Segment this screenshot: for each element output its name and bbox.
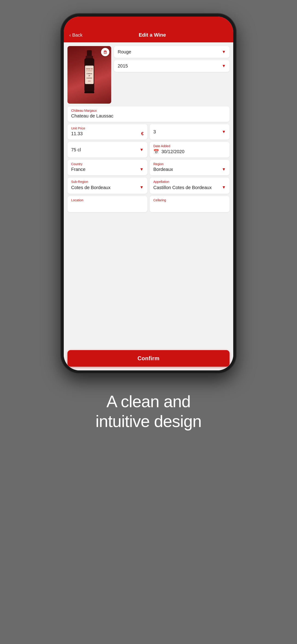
chateau-value: Chateau de Laussac — [71, 113, 226, 118]
tagline-line2: intuitive design — [96, 412, 202, 430]
location-field[interactable]: Location — [68, 196, 147, 212]
year-dropdown[interactable]: 2015 ▼ — [114, 60, 230, 72]
confirm-label: Confirm — [138, 355, 160, 362]
bottle-size-dropdown[interactable]: 75 cl ▼ — [68, 142, 147, 158]
wine-type-value: Rouge — [118, 49, 131, 54]
dropdowns-col: Rouge ▼ 2015 ▼ — [114, 46, 230, 72]
wine-bottle-svg: GRAND VIN DE BORDEAUX Château de Laussac… — [80, 50, 98, 99]
unit-price-label: Unit Price — [71, 126, 144, 130]
year-chevron: ▼ — [222, 64, 226, 68]
cellaring-field[interactable]: Cellaring — [150, 196, 230, 212]
subregion-appellation-row: Sub-Region Cotes de Bordeaux ▼ Appellati… — [68, 178, 230, 194]
svg-text:GRAND VIN: GRAND VIN — [86, 68, 93, 70]
chateau-field[interactable]: Château Margaux Chateau de Laussac — [68, 106, 230, 122]
appellation-value: Castillon Cotes de Bordeaux — [153, 184, 212, 190]
calendar-icon: 📅 — [153, 149, 159, 154]
date-added-value: 30/12/2020 — [162, 149, 184, 154]
region-value: Bordeaux — [153, 167, 173, 172]
phone-screen: ‹ Back Edit a Wine — [64, 16, 233, 370]
tagline-line1: A clean and — [106, 392, 190, 411]
back-button[interactable]: ‹ Back — [69, 32, 82, 38]
date-added-field[interactable]: Date Added 📅 30/12/2020 — [150, 142, 230, 158]
price-quantity-row: Unit Price 11.33 € 3 ▼ — [68, 124, 230, 140]
app-header: ‹ Back Edit a Wine — [64, 28, 233, 42]
sub-region-value: Cotes de Bordeaux — [71, 184, 110, 190]
svg-text:DE BORDEAUX: DE BORDEAUX — [86, 70, 92, 72]
svg-text:Château: Château — [86, 73, 92, 74]
confirm-bar: Confirm — [64, 347, 233, 370]
unit-price-value: 11.33 — [71, 131, 83, 136]
region-field[interactable]: Region Bordeaux ▼ — [150, 160, 230, 175]
svg-text:de: de — [88, 75, 90, 77]
bottle-size-value: 75 cl — [71, 147, 81, 152]
trash-icon — [103, 50, 107, 54]
region-chevron: ▼ — [222, 167, 226, 172]
appellation-label: Appellation — [153, 180, 226, 184]
delete-button[interactable] — [101, 48, 109, 56]
sub-region-label: Sub-Region — [71, 180, 144, 184]
top-row: GRAND VIN DE BORDEAUX Château de Laussac… — [68, 46, 230, 104]
unit-price-field[interactable]: Unit Price 11.33 € — [68, 124, 147, 140]
back-label: Back — [72, 32, 82, 38]
form-content: GRAND VIN DE BORDEAUX Château de Laussac… — [64, 42, 233, 347]
country-field[interactable]: Country France ▼ — [68, 160, 147, 175]
quantity-chevron: ▼ — [222, 130, 226, 134]
phone-shell: ‹ Back Edit a Wine — [61, 14, 236, 373]
euro-sign: € — [141, 131, 144, 136]
sub-region-field[interactable]: Sub-Region Cotes de Bordeaux ▼ — [68, 178, 147, 194]
wine-image-container: GRAND VIN DE BORDEAUX Château de Laussac… — [68, 46, 111, 104]
svg-rect-11 — [104, 51, 107, 52]
confirm-button[interactable]: Confirm — [68, 350, 230, 367]
page-title: Edit a Wine — [86, 32, 218, 38]
appellation-chevron: ▼ — [222, 185, 226, 190]
back-chevron-icon: ‹ — [69, 32, 71, 38]
quantity-dropdown[interactable]: 3 ▼ — [150, 124, 230, 140]
bottle-size-chevron: ▼ — [140, 148, 144, 152]
tagline-text: A clean and intuitive design — [96, 392, 202, 432]
location-label: Location — [71, 198, 144, 202]
sub-region-chevron: ▼ — [140, 185, 144, 190]
year-value: 2015 — [118, 63, 128, 69]
svg-text:2015: 2015 — [88, 80, 91, 82]
status-bar — [64, 16, 233, 28]
wine-type-dropdown[interactable]: Rouge ▼ — [114, 46, 230, 58]
quantity-value: 3 — [153, 129, 156, 134]
region-label: Region — [153, 162, 226, 166]
country-region-row: Country France ▼ Region Bordeaux ▼ — [68, 160, 230, 175]
svg-rect-10 — [84, 92, 94, 93]
country-label: Country — [71, 162, 144, 166]
chateau-label: Château Margaux — [71, 109, 226, 112]
appellation-field[interactable]: Appellation Castillon Cotes de Bordeaux … — [150, 178, 230, 194]
date-row: 📅 30/12/2020 — [153, 149, 226, 154]
tagline-area: A clean and intuitive design — [72, 392, 224, 432]
country-value: France — [71, 167, 86, 172]
location-cellaring-row: Location Cellaring — [68, 196, 230, 212]
svg-rect-12 — [104, 52, 106, 54]
svg-rect-0 — [87, 50, 92, 56]
wine-type-chevron: ▼ — [222, 50, 226, 54]
svg-text:Laussac: Laussac — [86, 77, 92, 79]
size-date-row: 75 cl ▼ Date Added 📅 30/12/2020 — [68, 142, 230, 158]
cellaring-label: Cellaring — [153, 198, 226, 202]
country-chevron: ▼ — [140, 167, 144, 172]
price-row: 11.33 € — [71, 131, 144, 136]
date-added-label: Date Added — [153, 144, 226, 148]
